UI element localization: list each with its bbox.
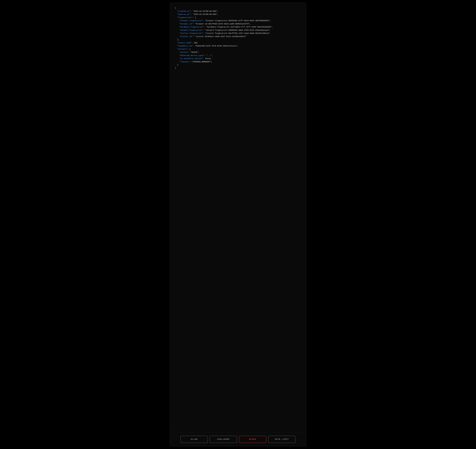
code-line-authentic: "is_authentic_device": false,	[175, 57, 301, 60]
code-line-open-brace: {	[175, 6, 301, 10]
code-line-browser-id: "browser_id": "browser-id-99cffb93-6378-…	[175, 22, 301, 26]
block-button[interactable]: BLOCK	[239, 436, 266, 443]
key-visitor-fp: "visitor_fingerprint"	[179, 32, 203, 34]
key-hardware-fp: "hardware_fingerprint"	[179, 26, 204, 28]
code-display: { "created_at": "2023-01-01T00:00:00Z", …	[170, 3, 306, 432]
code-line-verdict: "verdict": {	[175, 48, 301, 51]
val-authentic: : false,	[203, 58, 212, 60]
val-action: : "BLOCK",	[188, 51, 199, 53]
val-browser-id: : "browser-id-99cffb93-6378-48a5-aa90-d6…	[193, 23, 251, 25]
code-line-status-code: "status_code": 200,	[175, 41, 301, 45]
val-fingerprints-open: : {	[193, 17, 196, 19]
val-telemetry-id: : "026ac93b-8cdf-4fcb-bfa6-36a31cfecac1"…	[193, 45, 238, 47]
action-button-bar: ALLOW CHALLENGE BLOCK RATE LIMIT	[170, 432, 306, 446]
key-browser-id: "browser_id"	[179, 23, 193, 25]
code-line-created-at: "created_at": "2023-01-01T00:00:00Z",	[175, 10, 301, 13]
key-verdict: "verdict"	[177, 48, 187, 50]
key-visitor-id: "visitor_id"	[179, 36, 193, 38]
key-reasons: "reasons"	[179, 61, 189, 63]
code-line-expires-at: "expires_at": "2033-01-01T00:00:00Z",	[175, 13, 301, 16]
key-expires-at: "expires_at"	[177, 13, 191, 16]
code-line-device-type: "detected_device_type": "...",	[175, 54, 301, 57]
key-created-at: "created_at"	[177, 10, 191, 12]
val-reasons: : ["MASKED_BROWSER"]	[189, 61, 212, 63]
val-status-code: : 200,	[192, 42, 198, 44]
val-browser-fp: : "browser-fingerprint-0b535ab5-ecff-4bc…	[203, 20, 271, 22]
code-line-fingerprints-close: },	[175, 38, 301, 41]
code-line-reasons: "reasons": ["MASKED_BROWSER"]	[175, 60, 301, 64]
code-line-verdict-close: }	[175, 63, 301, 67]
code-line-visitor-fp: "visitor_fingerprint": "visitor-fingerpr…	[175, 32, 301, 35]
val-expires-at: : "2033-01-01T00:00:00Z",	[191, 13, 218, 16]
key-network-fp: "network_fingerprint"	[179, 29, 203, 31]
key-authentic: "is_authentic_device"	[179, 58, 203, 60]
rate-limit-button[interactable]: RATE LIMIT	[268, 436, 295, 443]
key-fingerprints: "fingerprints"	[177, 17, 193, 19]
code-line-network-fp: "network_fingerprint": "network-fingerpr…	[175, 29, 301, 32]
code-line-hardware-fp: "hardware_fingerprint": "hardware-finger…	[175, 26, 301, 29]
val-created-at: : "2023-01-01T00:00:00Z",	[191, 10, 218, 12]
val-visitor-fp: : "visitor-fingerprint-6ecf5792-1157-41a…	[203, 32, 271, 34]
main-container: { "created_at": "2023-01-01T00:00:00Z", …	[170, 2, 306, 447]
code-line-telemetry-id: "telemetry_id": "026ac93b-8cdf-4fcb-bfa6…	[175, 45, 301, 48]
key-browser-fp: "browser_fingerprint"	[179, 20, 203, 22]
val-network-fp: : "network-fingerprint-b5060259-40e6-3f2…	[203, 29, 271, 31]
allow-button[interactable]: ALLOW	[181, 436, 208, 443]
code-line-action: "action": "BLOCK",	[175, 51, 301, 54]
challenge-button[interactable]: CHALLENGE	[210, 436, 237, 443]
val-visitor-id: : "visitor-6139cbcc-4dda-4b1f-b1c0-13c08…	[193, 36, 246, 38]
code-line-visitor-id: "visitor_id": "visitor-6139cbcc-4dda-4b1…	[175, 35, 301, 38]
code-line-browser-fp: "browser_fingerprint": "browser-fingerpr…	[175, 19, 301, 22]
val-device-type: : "...",	[204, 55, 213, 57]
key-status-code: "status_code"	[177, 42, 192, 44]
key-action: "action"	[179, 51, 188, 53]
key-device-type: "detected_device_type"	[179, 55, 204, 57]
val-verdict-open: : {	[187, 48, 191, 50]
code-line-close-brace: }	[175, 67, 301, 70]
code-line-fingerprints: "fingerprints": {	[175, 16, 301, 19]
val-hardware-fp: : "hardware-fingerprint-4af7a05d-cf77-4f…	[204, 26, 273, 28]
key-telemetry-id: "telemetry_id"	[177, 45, 193, 47]
